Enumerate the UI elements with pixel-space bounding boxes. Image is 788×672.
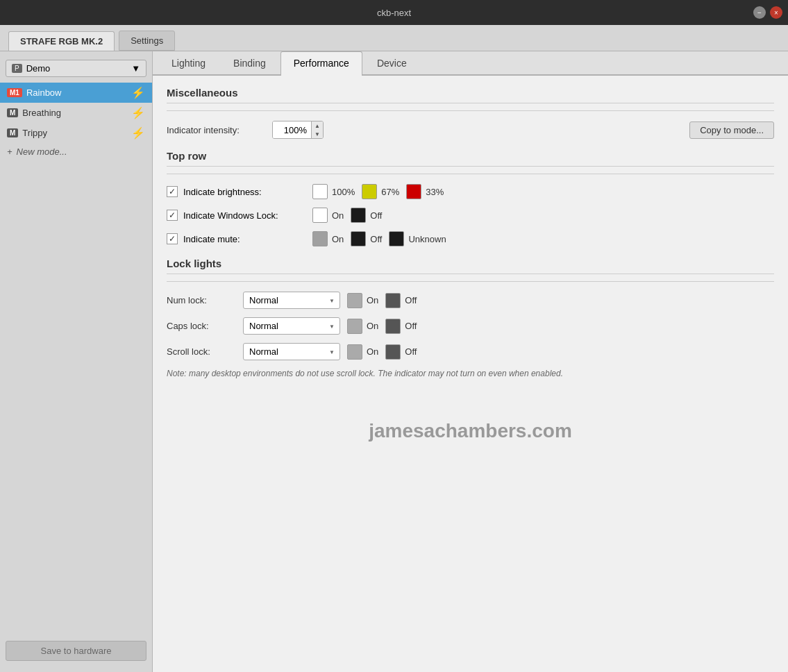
- winlock-on-label: On: [332, 210, 344, 221]
- tab-strafe[interactable]: STRAFE RGB MK.2: [8, 31, 115, 51]
- brightness-swatch-100: 100%: [312, 184, 355, 199]
- scroll-lock-dropdown[interactable]: Normal Always On Always Off: [243, 343, 340, 360]
- mute-row: Indicate mute: On Off Unknown: [167, 231, 774, 246]
- scroll-lock-off-swatch[interactable]: [385, 344, 401, 360]
- spinbox-down-button[interactable]: ▼: [312, 130, 323, 138]
- num-lock-off-swatch[interactable]: [385, 293, 401, 308]
- sidebar-item-breathing[interactable]: M Breathing ⚡: [0, 103, 152, 123]
- sidebar-item-trippy[interactable]: M Trippy ⚡: [0, 123, 152, 143]
- winlock-swatch-off: Off: [351, 208, 382, 223]
- winlock-swatch-on: On: [312, 208, 344, 223]
- num-lock-on-pair: On: [347, 293, 378, 308]
- scroll-lock-on-swatch[interactable]: [347, 344, 362, 360]
- winlock-row: Indicate Windows Lock: On Off: [167, 208, 774, 223]
- profile-p-badge: P: [12, 64, 22, 73]
- winlock-label-text: Indicate Windows Lock:: [183, 210, 278, 221]
- caps-lock-label: Caps lock:: [167, 321, 236, 331]
- mode-flash-icon-trippy: ⚡: [131, 126, 145, 140]
- scroll-lock-on-pair: On: [347, 344, 378, 360]
- brightness-label-text: Indicate brightness:: [183, 187, 262, 197]
- brightness-checkbox[interactable]: [167, 186, 178, 197]
- mute-swatch-gray[interactable]: [312, 231, 328, 246]
- new-mode-label: New mode...: [17, 146, 67, 157]
- mute-swatch-black[interactable]: [351, 231, 366, 246]
- indicate-mute-label-group: Indicate mute:: [167, 233, 305, 244]
- caps-lock-select-wrapper: Normal Always On Always Off: [243, 317, 340, 335]
- num-lock-row: Num lock: Normal Always On Always Off On: [167, 292, 774, 309]
- scroll-lock-label: Scroll lock:: [167, 346, 236, 357]
- caps-lock-on-swatch[interactable]: [347, 319, 362, 334]
- scroll-lock-select-wrapper: Normal Always On Always Off: [243, 343, 340, 360]
- intensity-spinbox[interactable]: ▲ ▼: [272, 121, 324, 139]
- titlebar: ckb-next − ×: [0, 0, 788, 25]
- scroll-lock-row: Scroll lock: Normal Always On Always Off…: [167, 343, 774, 360]
- winlock-swatch-black[interactable]: [351, 208, 366, 223]
- mute-swatch-off: Off: [351, 231, 382, 246]
- minimize-button[interactable]: −: [753, 6, 766, 19]
- brightness-swatch-red[interactable]: [406, 184, 421, 199]
- brightness-pct-67: 67%: [381, 187, 399, 197]
- content-panel: Miscellaneous Indicator intensity: ▲ ▼ C…: [153, 76, 788, 672]
- mode-flash-icon: ⚡: [131, 86, 145, 99]
- copy-mode-button[interactable]: Copy to mode...: [689, 121, 774, 139]
- mute-on-label: On: [332, 234, 344, 244]
- mute-swatch-on: On: [312, 231, 344, 246]
- intensity-row: Indicator intensity: ▲ ▼ Copy to mode...: [167, 121, 774, 139]
- profile-name: Demo: [26, 63, 51, 74]
- top-row-title: Top row: [167, 150, 774, 167]
- brightness-swatch-white[interactable]: [312, 184, 328, 199]
- mute-unknown-label: Unknown: [408, 234, 446, 244]
- scroll-lock-off-pair: Off: [385, 344, 417, 360]
- mute-off-label: Off: [370, 234, 382, 244]
- tab-binding[interactable]: Binding: [220, 51, 279, 74]
- spinbox-arrows: ▲ ▼: [311, 121, 323, 138]
- main-layout: P Demo ▼ M1 Rainbow ⚡ M Breathing ⚡ M Tr…: [0, 51, 788, 672]
- mute-swatch-unknown: Unknown: [389, 231, 446, 246]
- num-lock-off-label: Off: [405, 295, 417, 305]
- content-area: Lighting Binding Performance Device Misc…: [153, 51, 788, 672]
- mode-badge-m-trippy: M: [7, 128, 18, 137]
- tab-lighting[interactable]: Lighting: [158, 51, 219, 74]
- sidebar-spacer: [0, 160, 152, 635]
- num-lock-on-label: On: [367, 295, 378, 305]
- mute-swatch-unknown-black[interactable]: [389, 231, 404, 246]
- profile-dropdown[interactable]: P Demo ▼: [6, 60, 146, 77]
- spinbox-up-button[interactable]: ▲: [312, 121, 323, 130]
- titlebar-title: ckb-next: [377, 8, 411, 18]
- brightness-swatch-67: 67%: [362, 184, 399, 199]
- winlock-checkbox[interactable]: [167, 210, 178, 221]
- caps-lock-dropdown[interactable]: Normal Always On Always Off: [243, 317, 340, 335]
- tab-settings[interactable]: Settings: [119, 31, 175, 51]
- brightness-swatch-yellow[interactable]: [362, 184, 377, 199]
- caps-lock-off-label: Off: [405, 321, 417, 331]
- caps-lock-off-pair: Off: [385, 319, 417, 334]
- scroll-lock-off-label: Off: [405, 346, 417, 357]
- sidebar-mode-label-trippy: Trippy: [22, 128, 127, 138]
- caps-lock-on-pair: On: [347, 319, 378, 334]
- tab-device[interactable]: Device: [364, 51, 420, 74]
- winlock-swatch-white[interactable]: [312, 208, 328, 223]
- inner-tabs: Lighting Binding Performance Device: [153, 51, 788, 76]
- sidebar-item-rainbow[interactable]: M1 Rainbow ⚡: [0, 83, 152, 103]
- plus-icon: +: [7, 146, 12, 157]
- caps-lock-off-swatch[interactable]: [385, 319, 401, 334]
- intensity-input[interactable]: [273, 121, 311, 138]
- misc-section-title: Miscellaneous: [167, 87, 774, 103]
- brightness-pct-100: 100%: [332, 187, 355, 197]
- scroll-lock-on-label: On: [367, 346, 378, 357]
- mode-badge-m-breathing: M: [7, 108, 18, 117]
- sidebar: P Demo ▼ M1 Rainbow ⚡ M Breathing ⚡ M Tr…: [0, 51, 153, 672]
- new-mode-button[interactable]: + New mode...: [0, 143, 152, 160]
- brightness-swatch-33: 33%: [406, 184, 444, 199]
- tab-performance[interactable]: Performance: [280, 51, 362, 76]
- num-lock-on-swatch[interactable]: [347, 293, 362, 308]
- titlebar-controls: − ×: [753, 6, 782, 19]
- mute-label-text: Indicate mute:: [183, 234, 240, 244]
- mute-checkbox[interactable]: [167, 233, 178, 244]
- save-hardware-button[interactable]: Save to hardware: [6, 641, 146, 661]
- sidebar-mode-label-rainbow: Rainbow: [26, 87, 127, 98]
- lock-lights-divider: [167, 281, 774, 282]
- num-lock-dropdown[interactable]: Normal Always On Always Off: [243, 292, 340, 309]
- close-button[interactable]: ×: [770, 6, 782, 19]
- profile-selector: P Demo ▼: [6, 60, 146, 77]
